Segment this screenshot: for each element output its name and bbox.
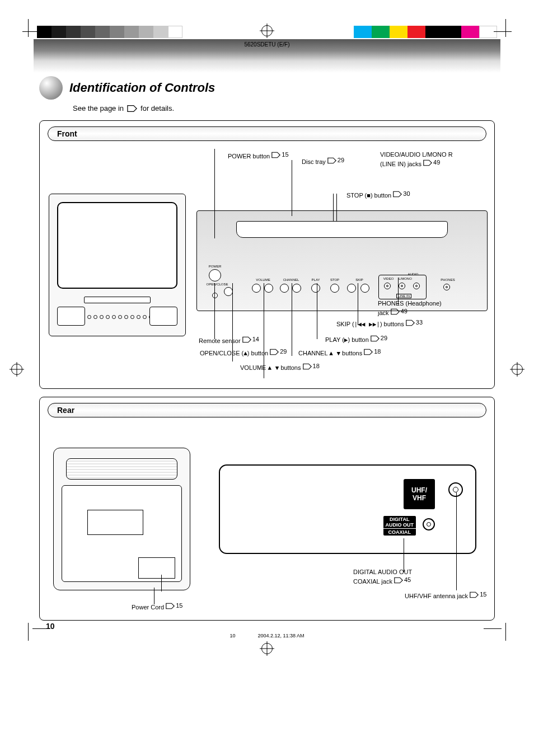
callout-disc-tray: Disc tray 29	[302, 157, 344, 166]
label-volume: VOLUME	[256, 278, 270, 281]
page-ref-icon	[127, 105, 137, 112]
callout-open-close: OPEN/CLOSE (▲) button 29	[200, 348, 287, 358]
color-bar	[354, 26, 497, 38]
label-line-in: LINE IN	[396, 294, 411, 298]
coaxial-jack-icon	[423, 518, 435, 530]
callout-channel: CHANNEL ▲ ▼ buttons 18	[298, 348, 381, 358]
label-play: PLAY	[312, 278, 320, 281]
front-heading: Front	[48, 126, 486, 141]
registration-mark-icon	[11, 364, 22, 375]
label-skip: SKIP	[355, 278, 363, 281]
footer-meta: 10 2004.2.12, 11:38 AM	[229, 633, 304, 638]
calibration-strip	[0, 0, 534, 39]
label-channel: CHANNEL	[283, 278, 299, 281]
rear-closeup-diagram: UHF/VHF DIGITALAUDIO OUT COAXIAL	[219, 464, 476, 554]
registration-mark-icon	[261, 643, 273, 654]
callout-power-cord: Power Cord 15	[132, 602, 182, 612]
grayscale-bar	[37, 26, 182, 38]
label-video: VIDEO	[383, 277, 394, 280]
callout-stop: STOP (■) button 30	[346, 190, 410, 200]
crop-mark-icon	[484, 9, 512, 37]
subtitle-prefix: See the page in	[73, 104, 124, 112]
crop-mark-icon	[484, 623, 512, 651]
label-phones: PHONES	[441, 278, 455, 281]
callout-skip: SKIP (|◀◀ ▶▶|) buttons 33	[336, 319, 423, 329]
label-open-close: OPEN/CLOSE	[206, 283, 228, 286]
registration-mark-icon	[261, 25, 273, 36]
callout-antenna: UHF/VHF antenna jack 15	[405, 591, 486, 600]
callout-power: POWER button 15	[228, 151, 289, 161]
file-label: 5620SDETU (E/F)	[244, 41, 289, 48]
tv-rear-thumbnail	[53, 448, 190, 590]
registration-mark-icon	[512, 364, 523, 375]
subtitle: See the page in for details.	[73, 104, 495, 112]
page-title: Identification of Controls	[69, 81, 215, 95]
label-stop: STOP	[330, 278, 339, 281]
callout-remote-sensor: Remote sensor 14	[199, 336, 259, 345]
header-gradient: 5620SDETU (E/F)	[34, 39, 500, 73]
label-audio: AUDIO	[407, 273, 418, 276]
title-row: Identification of Controls	[39, 76, 495, 100]
front-panel-section: Front POWER OPEN/CLOSE VOLUME CHANNEL	[39, 120, 495, 389]
callout-phones: PHONES (Headphone) jack 49	[378, 300, 442, 317]
callout-coaxial: DIGITAL AUDIO OUT COAXIAL jack 45	[353, 569, 412, 585]
antenna-jack-icon	[448, 482, 463, 497]
callout-line-in: VIDEO/AUDIO L/MONO R (LINE IN) jacks 49	[380, 151, 453, 168]
label-lmono: L/MONO	[399, 277, 412, 280]
subtitle-suffix: for details.	[140, 104, 174, 112]
tv-front-thumbnail	[49, 194, 186, 336]
crop-mark-icon	[22, 623, 50, 651]
label-digital-audio-out: DIGITALAUDIO OUT COAXIAL	[383, 516, 416, 536]
front-controls-diagram: POWER OPEN/CLOSE VOLUME CHANNEL PLAY STO…	[196, 210, 488, 311]
rear-heading: Rear	[48, 403, 486, 417]
label-power: POWER	[209, 265, 222, 268]
label-uhf-vhf: UHF/VHF	[404, 479, 435, 509]
sphere-bullet-icon	[39, 76, 63, 100]
callout-play: PLAY (▶) button 29	[325, 335, 387, 345]
callout-volume: VOLUME ▲ ▼ buttons 18	[240, 363, 320, 373]
crop-mark-icon	[22, 9, 50, 37]
rear-panel-section: Rear UHF/VHF DIGITALAUDIO OUT COAXIAL Po…	[39, 397, 495, 621]
